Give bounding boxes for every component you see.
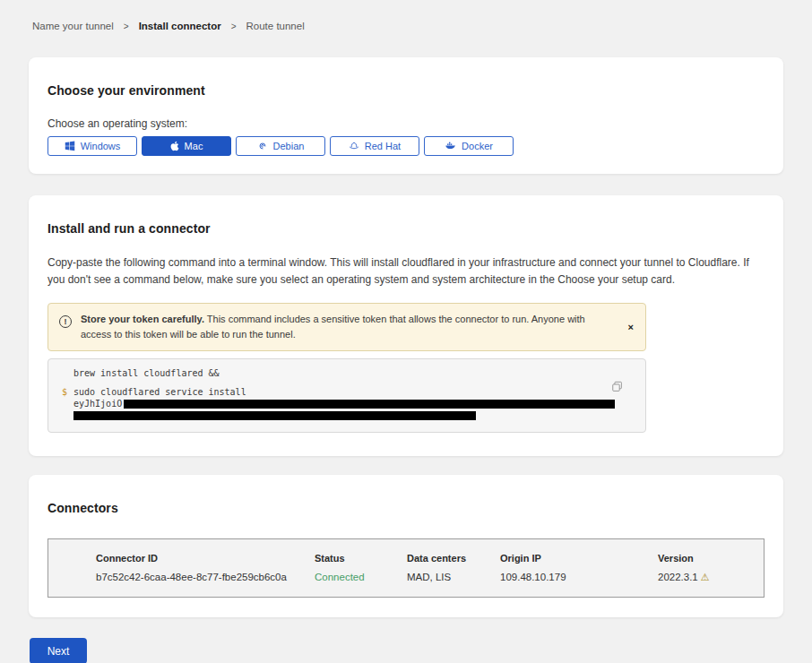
breadcrumb: Name your tunnel > Install connector > R… — [32, 21, 783, 31]
copy-icon[interactable] — [611, 381, 624, 396]
version-value: 2022.3.1⚠ — [658, 572, 764, 583]
table-column-origin-ip: Origin IP 109.48.10.179 — [500, 553, 658, 583]
breadcrumb-name-your-tunnel[interactable]: Name your tunnel — [32, 21, 114, 31]
breadcrumb-route-tunnel[interactable]: Route tunnel — [246, 21, 305, 31]
docker-icon — [445, 141, 456, 151]
exclamation-circle-icon: ! — [59, 315, 72, 328]
alert-message: Store your token carefully. This command… — [81, 312, 608, 342]
install-connector-description: Copy-paste the following command into a … — [48, 254, 764, 288]
command-line-brew: brew install cloudflared && — [73, 368, 645, 379]
page: Name your tunnel > Install connector > R… — [0, 0, 812, 663]
debian-icon — [257, 141, 268, 151]
install-command-codeblock: brew install cloudflared && $ sudo cloud… — [48, 358, 646, 433]
os-button-mac[interactable]: Mac — [142, 136, 231, 156]
os-button-label: Windows — [81, 141, 121, 151]
origin-ip-value: 109.48.10.179 — [500, 572, 658, 582]
shell-prompt: $ — [62, 387, 73, 398]
warning-triangle-icon: ⚠ — [701, 572, 710, 582]
column-header: Connector ID — [96, 553, 315, 564]
os-button-label: Docker — [462, 141, 493, 151]
windows-icon — [65, 141, 75, 151]
apple-icon — [170, 141, 179, 151]
breadcrumb-separator: > — [231, 22, 237, 31]
token-prefix: eyJhIjoiO — [73, 399, 122, 409]
redhat-icon — [349, 141, 359, 151]
command-line-sudo: $ sudo cloudflared service install — [62, 387, 645, 398]
redacted-token-bar — [73, 411, 476, 420]
connector-id-value: b7c52c42-6caa-48ee-8c77-fbe259cb6c0a — [96, 572, 315, 582]
install-connector-title: Install and run a connector — [48, 221, 764, 236]
table-column-data-centers: Data centers MAD, LIS — [407, 553, 500, 583]
table-column-connector-id: Connector ID b7c52c42-6caa-48ee-8c77-fbe… — [96, 553, 315, 583]
next-button[interactable]: Next — [30, 638, 87, 663]
data-centers-value: MAD, LIS — [407, 572, 500, 582]
os-button-label: Debian — [273, 141, 305, 151]
table-column-version: Version 2022.3.1⚠ — [658, 553, 764, 583]
connectors-title: Connectors — [48, 501, 764, 515]
token-line: eyJhIjoiO — [73, 399, 645, 409]
table-column-status: Status Connected — [315, 553, 407, 583]
environment-card-title: Choose your environment — [48, 83, 764, 98]
column-header: Data centers — [407, 553, 500, 564]
column-header: Status — [315, 553, 407, 564]
redacted-token-bar — [124, 400, 615, 409]
token-warning-alert: ! Store your token carefully. This comma… — [48, 303, 646, 351]
os-button-group: Windows Mac Debian Red Hat Docker — [48, 136, 764, 156]
column-header: Origin IP — [500, 553, 658, 564]
close-icon[interactable]: × — [628, 323, 634, 332]
version-number: 2022.3.1 — [658, 572, 698, 582]
token-line-2 — [62, 409, 645, 422]
os-button-windows[interactable]: Windows — [48, 136, 137, 156]
os-button-debian[interactable]: Debian — [236, 136, 325, 156]
column-header: Version — [658, 553, 764, 564]
alert-message-bold: Store your token carefully. — [81, 314, 204, 324]
os-select-label: Choose an operating system: — [48, 117, 764, 130]
os-button-docker[interactable]: Docker — [424, 136, 514, 156]
command-text: sudo cloudflared service install — [73, 387, 246, 398]
os-button-redhat[interactable]: Red Hat — [330, 136, 419, 156]
install-connector-card: Install and run a connector Copy-paste t… — [29, 195, 783, 456]
breadcrumb-separator: > — [124, 22, 129, 31]
connectors-card: Connectors Connector ID b7c52c42-6caa-48… — [29, 475, 783, 617]
connectors-table: Connector ID b7c52c42-6caa-48ee-8c77-fbe… — [48, 538, 764, 598]
environment-card: Choose your environment Choose an operat… — [29, 57, 783, 174]
os-button-label: Mac — [185, 141, 203, 151]
breadcrumb-install-connector[interactable]: Install connector — [139, 21, 221, 31]
status-badge: Connected — [315, 572, 407, 582]
os-button-label: Red Hat — [365, 141, 401, 151]
